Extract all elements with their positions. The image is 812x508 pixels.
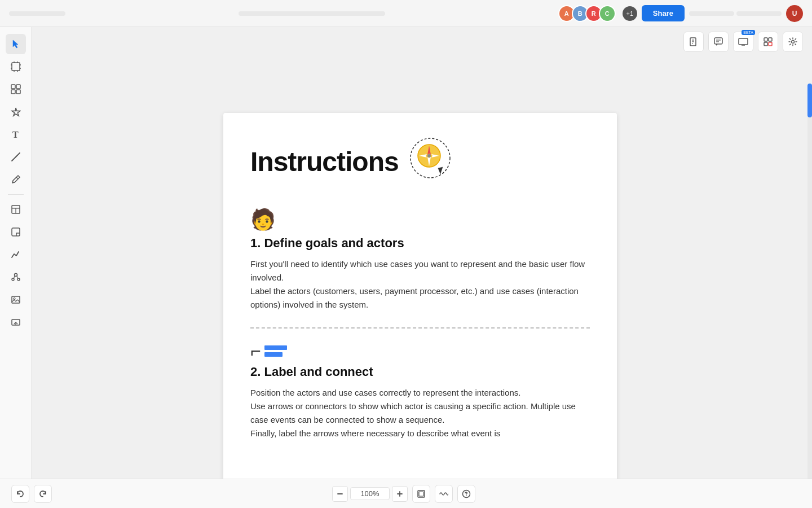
top-bar-left bbox=[9, 11, 65, 16]
zoom-control: 100% bbox=[332, 486, 408, 502]
canvas-area[interactable]: Instructions bbox=[32, 27, 812, 508]
wave-button[interactable] bbox=[435, 485, 453, 503]
svg-rect-28 bbox=[16, 90, 20, 94]
sidebar-tool-pen[interactable] bbox=[6, 169, 26, 190]
dashed-divider bbox=[250, 327, 590, 329]
section-2-heading: 2. Label and connect bbox=[250, 365, 590, 379]
section-1: 🧑 1. Define goals and actors First you'l… bbox=[250, 208, 590, 312]
sidebar-tool-select[interactable] bbox=[6, 34, 26, 54]
sidebar-tool-text[interactable]: T bbox=[6, 124, 26, 144]
bottom-toolbar: 100% bbox=[0, 479, 812, 508]
top-bar-center bbox=[239, 11, 385, 16]
plus-badge: +1 bbox=[623, 6, 637, 21]
sidebar-divider-1 bbox=[8, 194, 24, 195]
uml-bars bbox=[264, 345, 287, 357]
svg-rect-4 bbox=[714, 38, 722, 44]
svg-rect-11 bbox=[764, 38, 767, 41]
sidebar-tool-image[interactable] bbox=[6, 290, 26, 310]
svg-point-37 bbox=[12, 278, 14, 281]
settings-icon-btn[interactable] bbox=[783, 32, 803, 52]
svg-point-56 bbox=[427, 154, 431, 157]
svg-text:T: T bbox=[12, 130, 19, 139]
app-title[interactable] bbox=[9, 11, 65, 16]
svg-line-30 bbox=[12, 153, 20, 161]
svg-point-38 bbox=[17, 278, 20, 281]
user-avatar[interactable]: U bbox=[786, 5, 803, 22]
svg-rect-12 bbox=[769, 38, 772, 41]
share-button[interactable]: Share bbox=[642, 5, 685, 21]
action-btn-2[interactable] bbox=[736, 11, 782, 16]
svg-point-15 bbox=[792, 41, 795, 43]
zoom-plus-button[interactable] bbox=[392, 486, 408, 502]
bottom-left bbox=[11, 485, 52, 503]
action-btn-1[interactable] bbox=[689, 11, 734, 16]
svg-rect-13 bbox=[764, 42, 767, 46]
svg-marker-57 bbox=[438, 167, 443, 174]
uml-bar-2 bbox=[264, 352, 283, 357]
svg-point-36 bbox=[14, 274, 17, 277]
svg-line-31 bbox=[16, 177, 18, 179]
sidebar-tool-components[interactable] bbox=[6, 79, 26, 99]
undo-button[interactable] bbox=[11, 485, 29, 503]
section-2: ⌐ 2. Label and connect Position the acto… bbox=[250, 342, 590, 440]
top-bar-actions bbox=[689, 11, 782, 16]
sidebar-tool-line[interactable] bbox=[6, 147, 26, 167]
breadcrumb[interactable] bbox=[239, 11, 385, 16]
uml-bar-1 bbox=[264, 345, 287, 350]
zoom-value[interactable]: 100% bbox=[350, 487, 390, 500]
section-1-text: First you'll need to identify which use … bbox=[250, 257, 590, 312]
doc-title-row: Instructions bbox=[250, 135, 590, 187]
sidebar-tool-diagram[interactable] bbox=[6, 267, 26, 287]
fit-view-button[interactable] bbox=[412, 485, 430, 503]
svg-line-40 bbox=[17, 276, 18, 278]
document-card: Instructions bbox=[223, 113, 617, 497]
pages-icon-btn[interactable] bbox=[683, 32, 704, 52]
help-button[interactable] bbox=[457, 485, 475, 503]
svg-rect-62 bbox=[419, 492, 423, 496]
section-1-heading: 1. Define goals and actors bbox=[250, 236, 590, 251]
svg-rect-25 bbox=[11, 85, 15, 89]
beta-badge: BETA bbox=[742, 30, 755, 35]
uml-icon: ⌐ bbox=[250, 342, 590, 360]
bottom-center: 100% bbox=[332, 485, 475, 503]
redo-button[interactable] bbox=[34, 485, 52, 503]
present-icon-btn[interactable]: BETA bbox=[733, 32, 753, 52]
top-bar: A B R C +1 Share U bbox=[0, 0, 812, 27]
svg-rect-27 bbox=[11, 90, 15, 94]
scrollbar-thumb[interactable] bbox=[807, 84, 812, 117]
avatar-group: A B R C bbox=[558, 5, 616, 22]
sidebar-tool-embed[interactable] bbox=[6, 312, 26, 332]
doc-title: Instructions bbox=[250, 146, 399, 177]
second-toolbar: BETA bbox=[674, 27, 812, 56]
compass-decoration bbox=[408, 135, 453, 187]
svg-point-42 bbox=[14, 298, 15, 300]
svg-point-64 bbox=[466, 495, 467, 496]
svg-rect-16 bbox=[12, 63, 20, 71]
sidebar-tool-star[interactable] bbox=[6, 102, 26, 122]
section-2-text: Position the actors and use cases correc… bbox=[250, 386, 590, 440]
avatar-4: C bbox=[599, 5, 616, 22]
svg-rect-14 bbox=[769, 42, 772, 46]
connect-icon-btn[interactable] bbox=[758, 32, 778, 52]
sidebar-tool-table[interactable] bbox=[6, 199, 26, 220]
section-1-emoji: 🧑 bbox=[250, 208, 590, 231]
top-bar-right: A B R C +1 Share U bbox=[558, 5, 803, 22]
zoom-minus-button[interactable] bbox=[332, 486, 348, 502]
svg-rect-41 bbox=[12, 296, 20, 303]
svg-rect-26 bbox=[16, 85, 20, 89]
sidebar-tool-frame[interactable] bbox=[6, 56, 26, 77]
scrollbar-track[interactable] bbox=[807, 84, 812, 485]
svg-line-39 bbox=[14, 276, 15, 278]
uml-bracket: ⌐ bbox=[250, 342, 261, 360]
svg-rect-35 bbox=[12, 228, 20, 236]
svg-rect-8 bbox=[739, 38, 748, 45]
sidebar-tool-chart[interactable] bbox=[6, 244, 26, 265]
left-sidebar: T bbox=[0, 27, 32, 508]
chat-icon-btn[interactable] bbox=[708, 32, 729, 52]
sidebar-tool-sticky[interactable] bbox=[6, 222, 26, 242]
